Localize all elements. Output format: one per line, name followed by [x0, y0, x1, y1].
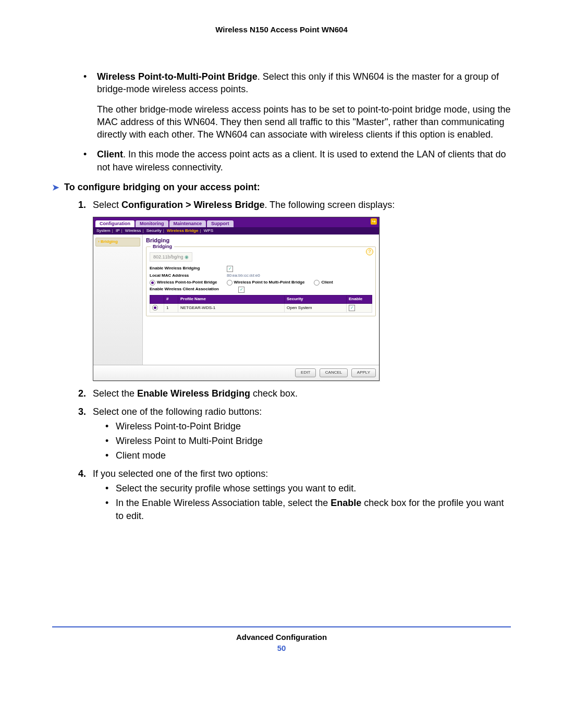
- tab-maintenance[interactable]: Maintenance: [169, 220, 206, 227]
- footer-section: Advanced Configuration: [52, 633, 511, 641]
- left-sidebar: › Bridging: [93, 235, 143, 365]
- subnav-system[interactable]: System: [96, 228, 111, 233]
- band-selector[interactable]: 802.11b/bg/ng ◉: [150, 252, 192, 262]
- row-num: 1: [164, 304, 178, 313]
- step-3: Select one of the following radio button…: [78, 405, 511, 462]
- panel-heading: Bridging: [146, 237, 376, 244]
- subnav-wps[interactable]: WPS: [204, 228, 213, 233]
- step-4-text: If you selected one of the first two opt…: [93, 468, 268, 479]
- page-footer: Advanced Configuration 50: [52, 626, 511, 652]
- row-profile: NETGEAR-WDS-1: [178, 304, 285, 313]
- step-1-post: . The following screen displays:: [264, 200, 395, 210]
- table-row: 1 NETGEAR-WDS-1 Open System ✓: [150, 304, 372, 313]
- step-4-a: Select the security profile whose settin…: [103, 482, 511, 495]
- th-profile: Profile Name: [178, 295, 285, 304]
- th-enable: Enable: [347, 295, 372, 304]
- step-4: If you selected one of the first two opt…: [78, 467, 511, 522]
- subnav-security[interactable]: Security: [146, 228, 162, 233]
- band-label: 802.11b/bg/ng: [153, 254, 183, 260]
- radio-client-label: Client: [321, 280, 333, 286]
- screenshot-footer: EDIT CANCEL APPLY: [93, 365, 379, 380]
- section-title: To configure bridging on your access poi…: [64, 181, 260, 193]
- step-2: Select the Enable Wireless Bridging chec…: [78, 387, 511, 400]
- step-2-post: check box.: [250, 388, 298, 399]
- step-4-b: In the Enable Wireless Association table…: [103, 497, 511, 522]
- step-3-opt-2: Wireless Point to Multi-Point Bridge: [103, 435, 511, 447]
- sidebar-item-bridging[interactable]: › Bridging: [95, 238, 140, 246]
- mac-label: Local MAC Address: [150, 273, 227, 279]
- apply-button[interactable]: APPLY: [351, 368, 376, 377]
- bullet-multipoint: Wireless Point-to-Multi-Point Bridge. Se…: [78, 70, 511, 141]
- body-content: Wireless Point-to-Multi-Point Bridge. Se…: [52, 70, 511, 522]
- arrow-icon: ➤: [52, 182, 59, 193]
- bullet-client-bold: Client: [97, 149, 123, 159]
- subnav-wireless-bridge[interactable]: Wireless Bridge: [167, 228, 198, 233]
- assoc-label: Enable Wireless Client Association: [150, 287, 238, 293]
- row-radio[interactable]: [152, 305, 158, 311]
- main-tabs: Configuration Monitoring Maintenance Sup…: [93, 217, 379, 227]
- th-security: Security: [285, 295, 347, 304]
- profile-table: # Profile Name Security Enable 1 NETGEAR…: [150, 295, 372, 313]
- assoc-checkbox[interactable]: ✓: [238, 287, 244, 293]
- step-1-pre: Select: [93, 200, 121, 210]
- radio-p2p[interactable]: [150, 280, 155, 286]
- subnav-wireless[interactable]: Wireless: [125, 228, 141, 233]
- subnav-ip[interactable]: IP: [116, 228, 120, 233]
- help-icon[interactable]: ?: [366, 248, 373, 255]
- enable-bridging-checkbox[interactable]: ✓: [227, 266, 233, 272]
- step-1-bold: Configuration > Wireless Bridge: [121, 200, 264, 210]
- document-header: Wireless N150 Access Point WN604: [52, 25, 511, 34]
- bullet-client-text: . In this mode the access point acts as …: [97, 149, 506, 172]
- enable-bridging-label: Enable Wireless Bridging: [150, 266, 227, 272]
- step-1: Select Configuration > Wireless Bridge. …: [78, 199, 511, 381]
- bridging-panel: Bridging ? 802.11b/bg/ng ◉ Enable Wirele…: [146, 246, 376, 316]
- step-4-b-bold: Enable: [331, 498, 361, 508]
- step-3-text: Select one of the following radio button…: [93, 406, 262, 417]
- tab-monitoring[interactable]: Monitoring: [136, 220, 168, 227]
- radio-multipoint-label: Wireless Point to Multi-Point Bridge: [234, 280, 305, 286]
- th-hash: #: [164, 295, 178, 304]
- cancel-button[interactable]: CANCEL: [320, 368, 348, 377]
- radio-client[interactable]: [314, 280, 320, 286]
- radio-p2p-label: Wireless Point-to-Point Bridge: [157, 280, 217, 286]
- config-screenshot: Configuration Monitoring Maintenance Sup…: [93, 217, 380, 381]
- tab-configuration[interactable]: Configuration: [95, 220, 134, 227]
- bullet-client: Client. In this mode the access point ac…: [78, 148, 511, 174]
- step-3-opt-1: Wireless Point-to-Point Bridge: [103, 420, 511, 433]
- step-2-bold: Enable Wireless Bridging: [137, 388, 250, 399]
- radio-multipoint[interactable]: [227, 280, 232, 286]
- bullet-multipoint-bold: Wireless Point-to-Multi-Point Bridge: [97, 71, 258, 82]
- logout-icon[interactable]: ↪: [371, 218, 377, 225]
- bullet-multipoint-para2: The other bridge-mode wireless access po…: [97, 103, 511, 141]
- row-security: Open System: [285, 304, 347, 313]
- mac-value: 80:ea:bb:cc:dd:e0: [227, 273, 260, 279]
- step-4-b-pre: In the Enable Wireless Association table…: [116, 498, 331, 508]
- sub-nav: System| IP| Wireless| Security| Wireless…: [93, 227, 379, 235]
- footer-page-number: 50: [52, 644, 511, 652]
- row-enable-checkbox[interactable]: ✓: [349, 305, 355, 311]
- edit-button[interactable]: EDIT: [295, 368, 316, 377]
- sidebar-item-label: Bridging: [101, 239, 118, 244]
- step-3-opt-3: Client mode: [103, 449, 511, 462]
- panel-legend: Bridging: [151, 243, 174, 250]
- step-2-pre: Select the: [93, 388, 137, 399]
- tab-support[interactable]: Support: [207, 220, 234, 227]
